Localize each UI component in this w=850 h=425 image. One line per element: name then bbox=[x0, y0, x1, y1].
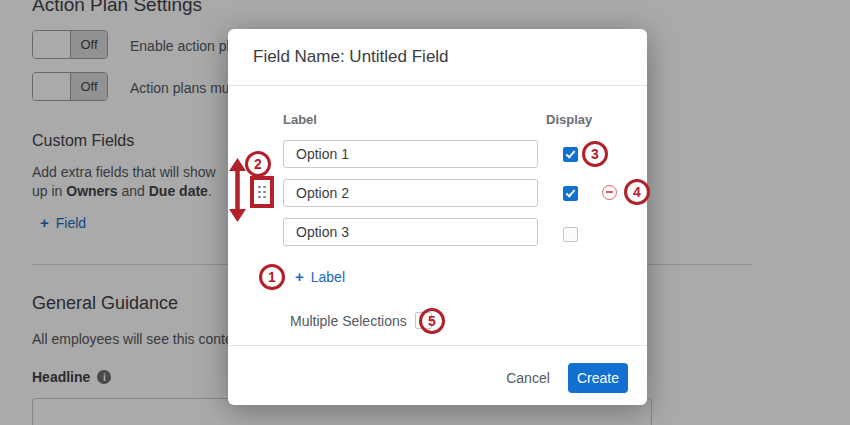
add-label-button[interactable]: + Label bbox=[295, 268, 345, 285]
cancel-button[interactable]: Cancel bbox=[498, 363, 558, 393]
screen: Action Plan Settings Off Enable action p… bbox=[0, 0, 850, 425]
modal-header: Field Name: Untitled Field bbox=[228, 29, 647, 86]
option-1-display-checkbox[interactable] bbox=[563, 147, 578, 162]
annotation-circle-2: 2 bbox=[245, 151, 271, 177]
minus-glyph bbox=[606, 191, 613, 193]
reorder-arrow-icon bbox=[228, 158, 247, 222]
display-column-header: Display bbox=[546, 112, 592, 127]
multiple-selections-row: Multiple Selections bbox=[290, 312, 432, 329]
option-3-label-input[interactable] bbox=[283, 218, 538, 246]
option-1-label-input[interactable] bbox=[283, 140, 538, 168]
plus-icon: + bbox=[295, 268, 304, 285]
option-2-display-checkbox[interactable] bbox=[563, 186, 578, 201]
annotation-circle-4: 4 bbox=[624, 179, 650, 205]
option-3-display-checkbox[interactable] bbox=[563, 227, 578, 242]
drag-handle-icon[interactable] bbox=[258, 186, 266, 199]
add-label-text: Label bbox=[311, 269, 345, 285]
remove-option-icon[interactable] bbox=[602, 185, 617, 200]
annotation-circle-3: 3 bbox=[582, 141, 608, 167]
annotation-circle-1: 1 bbox=[259, 264, 285, 290]
modal-title: Field Name: Untitled Field bbox=[253, 47, 449, 67]
drag-handle-highlight-box bbox=[250, 176, 274, 208]
checkmark-icon bbox=[566, 148, 576, 158]
checkmark-icon bbox=[566, 187, 576, 197]
field-editor-modal: Field Name: Untitled Field Label Display… bbox=[228, 29, 647, 405]
footer-divider bbox=[228, 345, 647, 346]
option-2-label-input[interactable] bbox=[283, 179, 538, 207]
create-button[interactable]: Create bbox=[568, 363, 628, 393]
label-column-header: Label bbox=[283, 112, 317, 127]
annotation-circle-5: 5 bbox=[419, 308, 445, 334]
multiple-selections-label: Multiple Selections bbox=[290, 313, 407, 329]
